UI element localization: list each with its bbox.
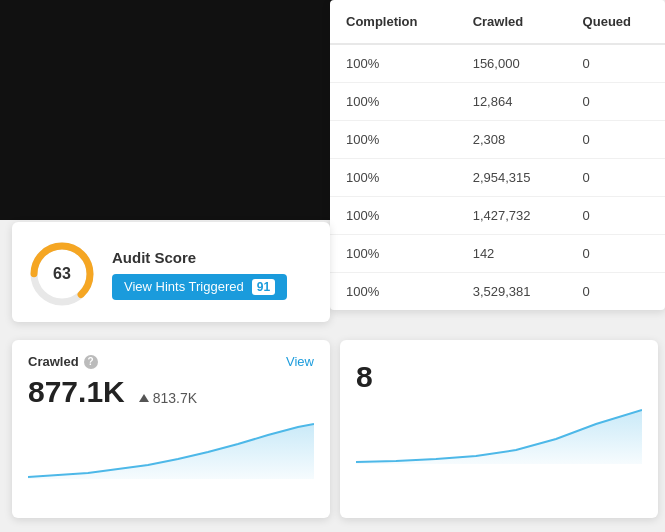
crawled-delta-value: 813.7K	[153, 390, 197, 406]
table-row: 100%2,954,3150	[330, 159, 665, 197]
cell-queued: 0	[567, 121, 665, 159]
cell-completion: 100%	[330, 121, 457, 159]
col-header-completion: Completion	[330, 0, 457, 44]
cell-crawled: 3,529,381	[457, 273, 567, 311]
second-stats-sparkline	[356, 404, 642, 464]
cell-queued: 0	[567, 273, 665, 311]
audit-score-donut: 63	[28, 240, 96, 308]
cell-queued: 0	[567, 235, 665, 273]
crawled-view-link[interactable]: View	[286, 354, 314, 369]
cell-queued: 0	[567, 197, 665, 235]
col-header-crawled: Crawled	[457, 0, 567, 44]
col-header-queued: Queued	[567, 0, 665, 44]
cell-crawled: 156,000	[457, 44, 567, 83]
cell-completion: 100%	[330, 273, 457, 311]
table-row: 100%1420	[330, 235, 665, 273]
view-hints-badge: 91	[252, 279, 275, 295]
table-row: 100%2,3080	[330, 121, 665, 159]
cell-completion: 100%	[330, 235, 457, 273]
cell-crawled: 1,427,732	[457, 197, 567, 235]
cell-queued: 0	[567, 159, 665, 197]
table-row: 100%3,529,3810	[330, 273, 665, 311]
cell-queued: 0	[567, 44, 665, 83]
table-row: 100%12,8640	[330, 83, 665, 121]
crawled-main-value: 877.1K	[28, 375, 125, 409]
crawl-stats-table-card: Completion Crawled Queued 100%156,000010…	[330, 0, 665, 310]
cell-completion: 100%	[330, 197, 457, 235]
table-row: 100%1,427,7320	[330, 197, 665, 235]
table-row: 100%156,0000	[330, 44, 665, 83]
audit-score-value: 63	[53, 265, 71, 283]
audit-score-title: Audit Score	[112, 249, 287, 266]
audit-score-card: 63 Audit Score View Hints Triggered 91	[12, 222, 330, 322]
crawled-title: Crawled	[28, 354, 79, 369]
cell-completion: 100%	[330, 44, 457, 83]
triangle-up-icon	[139, 394, 149, 402]
crawl-stats-table: Completion Crawled Queued 100%156,000010…	[330, 0, 665, 310]
cell-completion: 100%	[330, 159, 457, 197]
crawled-delta: 813.7K	[139, 390, 197, 406]
view-hints-button[interactable]: View Hints Triggered 91	[112, 274, 287, 300]
crawled-stats-card: Crawled ? View 877.1K 813.7K	[12, 340, 330, 518]
crawled-sparkline	[28, 419, 314, 479]
view-hints-label: View Hints Triggered	[124, 279, 244, 294]
cell-queued: 0	[567, 83, 665, 121]
cell-crawled: 142	[457, 235, 567, 273]
app-chrome-background	[0, 0, 340, 220]
cell-crawled: 12,864	[457, 83, 567, 121]
cell-completion: 100%	[330, 83, 457, 121]
cell-crawled: 2,954,315	[457, 159, 567, 197]
second-stats-card: 8	[340, 340, 658, 518]
second-stats-main-value: 8	[356, 360, 642, 394]
cell-crawled: 2,308	[457, 121, 567, 159]
crawled-help-icon[interactable]: ?	[84, 355, 98, 369]
